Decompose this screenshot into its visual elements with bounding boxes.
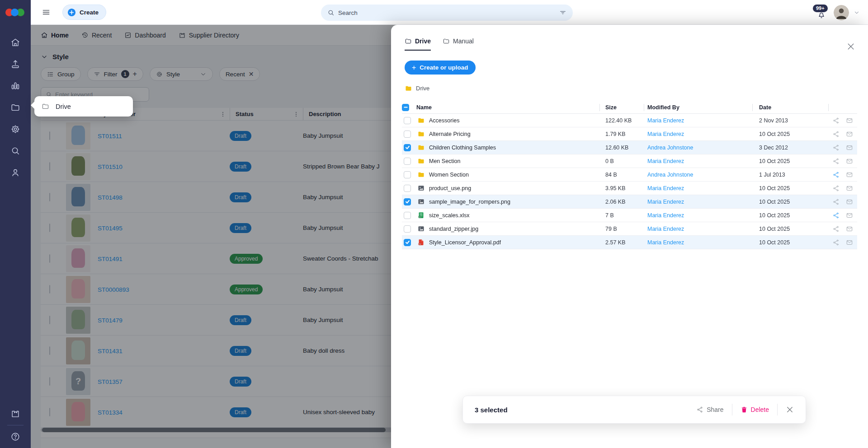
share-icon[interactable] [832, 185, 840, 192]
modified-by-link[interactable]: Maria Enderez [647, 226, 684, 232]
column-modified-by: Modified By [647, 104, 679, 111]
modified-by-link[interactable]: Maria Enderez [647, 239, 684, 246]
mail-icon[interactable] [846, 225, 853, 233]
users-icon[interactable] [10, 168, 20, 177]
row-checkbox[interactable] [404, 144, 411, 151]
sidebar-divider [7, 425, 24, 425]
row-checkbox[interactable] [404, 185, 411, 192]
trash-icon [741, 406, 748, 413]
file-row[interactable]: Alternate Pricing 1.79 KB Maria Enderez … [402, 127, 857, 141]
analytics-icon[interactable] [10, 81, 20, 91]
row-checkbox[interactable] [404, 171, 411, 178]
mail-icon[interactable] [846, 185, 853, 192]
row-checkbox[interactable] [404, 158, 411, 165]
mail-icon[interactable] [846, 131, 853, 138]
plus-icon: + [412, 64, 416, 71]
mail-icon[interactable] [846, 117, 853, 124]
file-name[interactable]: Alternate Pricing [429, 131, 471, 137]
share-icon[interactable] [832, 212, 840, 219]
modified-by-link[interactable]: Maria Enderez [647, 212, 684, 219]
row-checkbox[interactable] [404, 117, 411, 124]
selection-close-icon[interactable] [786, 406, 794, 414]
share-icon[interactable] [832, 144, 840, 151]
modified-by-link[interactable]: Maria Enderez [647, 131, 684, 137]
help-icon[interactable] [10, 432, 20, 442]
mail-icon[interactable] [846, 144, 853, 151]
share-icon[interactable] [832, 239, 840, 246]
row-checkbox[interactable] [404, 131, 411, 138]
file-size: 3.95 KB [600, 182, 644, 195]
modified-by-link[interactable]: Maria Enderez [647, 158, 684, 164]
image-file-icon [417, 184, 425, 192]
delete-button[interactable]: Delete [741, 406, 769, 413]
settings-gear-icon[interactable] [10, 124, 20, 134]
modified-by-link[interactable]: Maria Enderez [647, 185, 684, 191]
file-name[interactable]: standard_zipper.jpg [429, 226, 478, 232]
share-icon[interactable] [832, 198, 840, 205]
row-checkbox[interactable] [404, 198, 411, 205]
file-date: 10 Oct 2025 [753, 236, 829, 249]
modified-by-link[interactable]: Maria Enderez [647, 199, 684, 205]
modified-by-link[interactable]: Andrea Johnstone [647, 145, 693, 151]
file-name[interactable]: Women Section [429, 172, 469, 178]
sidebar [0, 0, 31, 448]
mail-icon[interactable] [846, 198, 853, 205]
notification-count-badge: 99+ [813, 5, 828, 12]
file-name[interactable]: product_use.png [429, 185, 471, 191]
search-icon[interactable] [10, 146, 20, 156]
home-icon[interactable] [10, 37, 20, 47]
drive-folder-icon[interactable] [10, 103, 20, 112]
share-icon[interactable] [832, 171, 840, 178]
chevron-down-icon[interactable] [854, 9, 860, 16]
tab-drive[interactable]: Drive [405, 37, 431, 51]
avatar[interactable] [834, 5, 849, 20]
file-name[interactable]: Style_Licensor_Approval.pdf [429, 239, 501, 246]
modified-by-link[interactable]: Maria Enderez [647, 117, 684, 124]
upload-icon[interactable] [10, 59, 20, 69]
file-row[interactable]: product_use.png 3.95 KB Maria Enderez 10… [402, 182, 857, 195]
mail-icon[interactable] [846, 158, 853, 165]
row-checkbox[interactable] [404, 225, 411, 233]
select-all-checkbox[interactable] [402, 104, 409, 111]
file-row[interactable]: Accessories 122.40 KB Maria Enderez 2 No… [402, 114, 857, 127]
tab-label: Drive [415, 37, 431, 45]
file-name[interactable]: sample_image_for_rompers.png [429, 199, 510, 205]
create-or-upload-button[interactable]: + Create or upload [405, 61, 476, 75]
supplier-icon[interactable] [10, 409, 20, 419]
row-checkbox[interactable] [404, 239, 411, 246]
file-row[interactable]: PDF Style_Licensor_Approval.pdf 2.57 KB … [402, 236, 857, 249]
file-row[interactable]: standard_zipper.jpg 79 B Maria Enderez 1… [402, 222, 857, 236]
mail-icon[interactable] [846, 171, 853, 178]
file-name[interactable]: Accessories [429, 117, 459, 124]
notifications-button[interactable]: 99+ [814, 5, 829, 20]
breadcrumb-label: Drive [416, 85, 429, 92]
breadcrumb[interactable]: Drive [405, 84, 868, 92]
row-checkbox[interactable] [404, 212, 411, 219]
file-row[interactable]: Women Section 84 B Andrea Johnstone 1 Ju… [402, 168, 857, 182]
share-icon[interactable] [832, 225, 840, 233]
file-row[interactable]: Men Section 0 B Maria Enderez 10 Oct 202… [402, 154, 857, 168]
file-name[interactable]: Men Section [429, 158, 460, 164]
file-date: 10 Oct 2025 [753, 154, 829, 168]
tab-manual[interactable]: Manual [443, 37, 474, 51]
share-button[interactable]: Share [696, 406, 723, 413]
share-icon [696, 406, 703, 413]
create-button[interactable]: Create [62, 5, 106, 20]
file-row[interactable]: Children Clothing Samples 12.60 KB Andre… [402, 141, 857, 154]
file-name[interactable]: Children Clothing Samples [429, 145, 496, 151]
share-icon[interactable] [832, 158, 840, 165]
search-filter-icon[interactable] [559, 9, 566, 16]
folder-filled-icon [405, 84, 412, 92]
mail-icon[interactable] [846, 239, 853, 246]
file-name[interactable]: size_scales.xlsx [429, 212, 470, 219]
hamburger-menu-icon[interactable] [42, 8, 51, 17]
file-row[interactable]: sample_image_for_rompers.png 2.06 KB Mar… [402, 195, 857, 209]
search-input[interactable] [338, 9, 556, 16]
share-icon[interactable] [832, 117, 840, 124]
file-row[interactable]: XLS size_scales.xlsx 7 B Maria Enderez 1… [402, 209, 857, 222]
file-date: 10 Oct 2025 [753, 209, 829, 222]
share-icon[interactable] [832, 131, 840, 138]
modified-by-link[interactable]: Andrea Johnstone [647, 172, 693, 178]
panel-close-icon[interactable] [846, 42, 855, 51]
mail-icon[interactable] [846, 212, 853, 219]
